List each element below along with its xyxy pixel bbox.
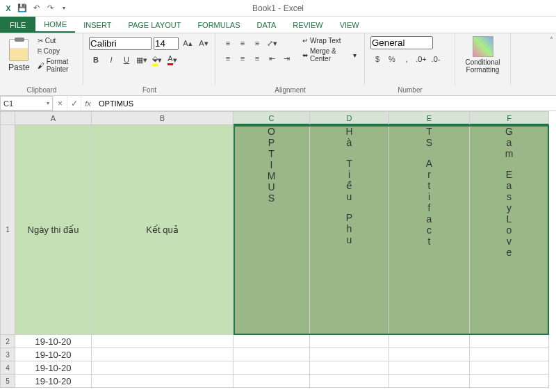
merge-center-button[interactable]: ⬌Merge & Center▾ [300,47,359,63]
copy-button[interactable]: ⎘Copy [35,47,77,56]
tab-data[interactable]: DATA [249,17,285,33]
bold-button[interactable]: B [89,53,103,67]
cell-B4[interactable] [92,361,234,375]
tab-pagelayout[interactable]: PAGE LAYOUT [120,17,189,33]
number-format-combo[interactable] [370,36,433,49]
increase-font-icon[interactable]: A▴ [181,36,195,50]
cell-F2[interactable] [470,335,549,348]
align-left-icon[interactable]: ≡ [221,51,235,65]
wrap-text-button[interactable]: ↵Wrap Text [300,36,359,45]
cell-E2[interactable] [389,335,470,348]
cell-A5[interactable]: 19-10-20 [15,375,92,388]
cell-F5[interactable] [470,375,549,388]
row-header-4[interactable]: 4 [0,361,15,375]
cell-F4[interactable] [470,361,549,375]
orientation-icon[interactable]: ⤢▾ [265,36,279,50]
paste-label: Paste [8,63,30,72]
col-header-D[interactable]: D [310,111,389,125]
cell-D4[interactable] [310,361,389,375]
cut-label: Cut [45,37,56,44]
col-header-E[interactable]: E [389,111,470,125]
qat-more-icon[interactable]: ▾ [58,3,70,14]
cell-D2[interactable] [310,335,389,348]
cell-D5[interactable] [310,375,389,388]
cell-F3[interactable] [470,348,549,361]
brush-icon: 🖌 [38,62,44,70]
paste-button[interactable]: Paste [6,36,33,75]
align-middle-icon[interactable]: ≡ [236,36,250,50]
fill-color-button[interactable]: ⬙▾ [150,53,164,67]
window-title: Book1 - Excel [252,3,304,13]
comma-button[interactable]: , [400,52,414,66]
formula-input[interactable] [95,96,556,111]
underline-button[interactable]: U [120,53,133,67]
font-color-button[interactable]: A▾ [165,53,179,67]
cell-A2[interactable]: 19-10-20 [15,335,92,348]
tab-insert[interactable]: INSERT [75,17,120,33]
decrease-font-icon[interactable]: A▾ [197,36,211,50]
decrease-indent-icon[interactable]: ⇤ [265,51,279,65]
tab-file[interactable]: FILE [0,17,35,33]
cell-E3[interactable] [389,348,470,361]
font-size-combo[interactable] [154,37,179,50]
row-header-5[interactable]: 5 [0,375,15,388]
cell-B3[interactable] [92,348,234,361]
cell-B5[interactable] [92,375,234,388]
copy-label: Copy [44,47,60,55]
tab-formulas[interactable]: FORMULAS [189,17,248,33]
chevron-down-icon[interactable]: ▾ [47,100,49,106]
cells: Ngày thi đấu Kết quả OPTIMUS Hà Tiều Phu… [15,125,549,388]
cancel-icon[interactable]: × [53,96,67,111]
cell-B1[interactable]: Kết quả [92,125,234,335]
cell-D1[interactable]: Hà Tiều Phu [310,125,389,335]
tab-home[interactable]: HOME [35,17,75,33]
align-center-icon[interactable]: ≡ [236,51,250,65]
cell-C1[interactable]: OPTIMUS [234,125,310,335]
cell-C3[interactable] [234,348,310,361]
cell-E5[interactable] [389,375,470,388]
cell-C5[interactable] [234,375,310,388]
cell-E4[interactable] [389,361,470,375]
cell-E1[interactable]: TS Artifact [389,125,470,335]
row-header-1[interactable]: 1 [0,125,15,335]
percent-button[interactable]: % [385,52,399,66]
cell-B2[interactable] [92,335,234,348]
cell-D3[interactable] [310,348,389,361]
currency-button[interactable]: $ [370,52,384,66]
align-bottom-icon[interactable]: ≡ [250,36,264,50]
cut-button[interactable]: ✂Cut [35,36,77,45]
undo-icon[interactable]: ↶ [31,3,42,14]
name-box[interactable]: C1▾ [0,96,53,111]
cell-C2[interactable] [234,335,310,348]
save-icon[interactable]: 💾 [17,3,28,14]
select-all-corner[interactable] [0,111,15,125]
redo-icon[interactable]: ↷ [44,3,56,14]
cell-C4[interactable] [234,361,310,375]
font-name-combo[interactable] [89,37,152,50]
align-right-icon[interactable]: ≡ [250,51,264,65]
increase-decimal-icon[interactable]: .0+ [414,52,428,66]
fx-icon[interactable]: fx [81,96,95,111]
cell-A3[interactable]: 19-10-20 [15,348,92,361]
increase-indent-icon[interactable]: ⇥ [279,51,293,65]
row-header-3[interactable]: 3 [0,348,15,361]
col-header-B[interactable]: B [92,111,234,125]
align-top-icon[interactable]: ≡ [221,36,235,50]
collapse-ribbon-icon[interactable]: ˄ [550,36,553,44]
cell-D1-value: Hà Tiều Phu [345,126,352,246]
cell-F1[interactable]: Gam EasyLove [470,125,549,335]
border-button[interactable]: ▦▾ [135,53,149,67]
col-header-C[interactable]: C [234,111,310,125]
col-header-F[interactable]: F [470,111,549,125]
row-header-2[interactable]: 2 [0,335,15,348]
conditional-formatting-icon[interactable] [473,36,493,57]
cell-A4[interactable]: 19-10-20 [15,361,92,375]
tab-review[interactable]: REVIEW [284,17,331,33]
format-painter-button[interactable]: 🖌Format Painter [35,57,77,74]
cell-A1[interactable]: Ngày thi đấu [15,125,92,335]
tab-view[interactable]: VIEW [332,17,368,33]
italic-button[interactable]: I [104,53,118,67]
enter-icon[interactable]: ✓ [67,96,81,111]
col-header-A[interactable]: A [15,111,92,125]
decrease-decimal-icon[interactable]: .0- [429,52,443,66]
